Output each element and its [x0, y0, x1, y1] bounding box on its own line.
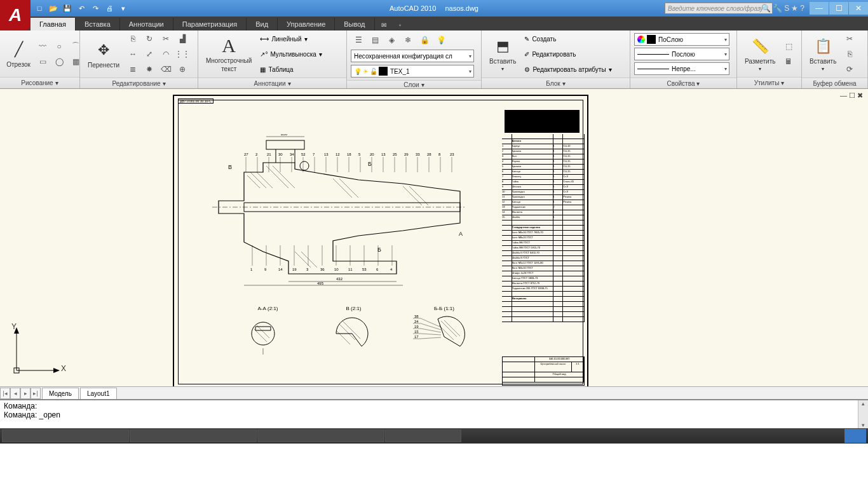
color-combo[interactable]: ПоСлою — [634, 33, 729, 46]
drawing-canvas[interactable]: — ☐ ✖ Y X ДВ7.0.001.00.10.10-С — [0, 89, 868, 386]
tab-layout1[interactable]: Layout1 — [80, 388, 117, 399]
array-icon[interactable]: ⋮⋮ — [175, 47, 190, 61]
panel-props-title[interactable]: Свойства ▾ — [630, 78, 736, 88]
tab-manage[interactable]: Управление — [278, 18, 335, 30]
panel-annot-title[interactable]: Аннотации ▾ — [198, 78, 346, 88]
layer-freeze-icon[interactable]: ❄ — [400, 33, 416, 47]
stretch-icon[interactable]: ↔ — [125, 47, 140, 61]
layer-iso-icon[interactable]: ◈ — [384, 33, 399, 47]
qat-open-icon[interactable]: 📂 — [47, 2, 60, 15]
measure-button[interactable]: 📏 Разметить▾ — [741, 35, 779, 73]
layer-off-icon[interactable]: 💡 — [433, 33, 449, 47]
doc-window-controls: — ☐ ✖ — [840, 92, 863, 100]
tab-extra-icon[interactable]: ✉ — [376, 19, 391, 30]
offset-icon[interactable]: ≣ — [125, 62, 140, 76]
quickcalc-icon[interactable]: 🖩 — [781, 55, 796, 69]
status-coords[interactable] — [2, 430, 129, 442]
qat-more-icon[interactable]: ▾ — [117, 2, 130, 15]
key-icon[interactable]: 🔧 — [773, 4, 782, 13]
qat-new-icon[interactable]: □ — [33, 2, 46, 15]
svg-text:24: 24 — [414, 320, 419, 323]
mirror-icon[interactable]: ▟ — [175, 32, 190, 46]
layer-state-icon[interactable]: ▤ — [367, 33, 383, 47]
layer-prop-icon[interactable]: ☰ — [351, 33, 366, 47]
favorites-icon[interactable]: ★ — [791, 4, 798, 13]
status-toggles-mid[interactable] — [257, 430, 384, 442]
tab-home[interactable]: Главная — [31, 18, 76, 30]
qat-undo-icon[interactable]: ↶ — [75, 2, 88, 15]
layout-next-icon[interactable]: ▸ — [20, 388, 31, 399]
erase-icon[interactable]: ⌫ — [158, 62, 173, 76]
rect-icon[interactable]: ▭ — [35, 55, 50, 69]
copy-icon[interactable]: ⎘ — [125, 32, 140, 46]
search-input[interactable]: Введите ключевое слово/фразу — [665, 3, 773, 14]
line-button[interactable]: ╱ Отрезок — [4, 38, 33, 69]
panel-utils-title[interactable]: Утилиты ▾ — [737, 77, 801, 88]
layout-first-icon[interactable]: |◂ — [0, 388, 10, 399]
dimlinear-button[interactable]: ⟷Линейный ▾ — [257, 32, 324, 46]
scale-icon[interactable]: ⤢ — [142, 47, 157, 61]
panel-modify-title[interactable]: Редактирование ▾ — [80, 78, 198, 88]
match-icon[interactable]: ⟳ — [842, 62, 857, 76]
cut-icon[interactable]: ✂ — [842, 32, 857, 46]
qat-redo-icon[interactable]: ↷ — [89, 2, 102, 15]
command-window[interactable]: Команда: Команда: _open ▴▾ — [0, 399, 868, 428]
status-tray[interactable] — [844, 429, 866, 443]
binoculars-icon[interactable]: 🔍 — [761, 4, 771, 13]
status-toggles-left[interactable] — [130, 430, 257, 442]
app-menu-button[interactable]: A — [0, 0, 31, 30]
fillet-icon[interactable]: ◠ — [158, 47, 173, 61]
ellipse-icon[interactable]: ◯ — [51, 55, 67, 69]
rotate-icon[interactable]: ↻ — [142, 32, 157, 46]
mleader-button[interactable]: ↗°Мультивыноска ▾ — [257, 47, 324, 61]
svg-line-13 — [339, 179, 358, 198]
command-scrollbar[interactable]: ▴▾ — [858, 400, 868, 428]
subscription-icon[interactable]: S — [784, 4, 789, 13]
status-toggles-right[interactable] — [385, 430, 461, 442]
join-icon[interactable]: ⊕ — [175, 62, 190, 76]
layout-prev-icon[interactable]: ◂ — [10, 388, 20, 399]
doc-max-icon[interactable]: ☐ — [849, 92, 855, 100]
panel-layers-title[interactable]: Слои ▾ — [347, 80, 481, 88]
tab-min-icon[interactable]: ▫ — [393, 19, 408, 30]
tab-insert[interactable]: Вставка — [76, 18, 120, 30]
tab-output[interactable]: Вывод — [335, 18, 374, 30]
minimize-button[interactable]: — — [810, 2, 829, 15]
panel-draw-title[interactable]: Рисование ▾ — [0, 77, 79, 88]
tab-parametric[interactable]: Параметризация — [173, 18, 247, 30]
layer-combo[interactable]: 💡 ☀ 🔓 TEX_1 — [351, 65, 474, 78]
panel-clip-title[interactable]: Буфер обмена — [802, 78, 867, 88]
maximize-button[interactable]: ☐ — [829, 2, 848, 15]
tab-view[interactable]: Вид — [247, 18, 278, 30]
layer-lock-icon[interactable]: 🔒 — [417, 33, 432, 47]
circle-icon[interactable]: ○ — [51, 39, 67, 53]
linetype-combo[interactable]: Непре... — [634, 62, 729, 75]
explode-icon[interactable]: ✸ — [142, 62, 157, 76]
help-icon[interactable]: ? — [800, 4, 804, 13]
edit-attr-button[interactable]: ⚙Редактировать атрибуты ▾ — [522, 62, 614, 76]
copy-clip-icon[interactable]: ⎘ — [842, 47, 857, 61]
trim-icon[interactable]: ✂ — [158, 32, 173, 46]
qat-save-icon[interactable]: 💾 — [61, 2, 74, 15]
mtext-button[interactable]: A Многострочный текст — [202, 34, 255, 74]
qat-print-icon[interactable]: 🖨 — [103, 2, 116, 15]
paste-button[interactable]: 📋 Вставить▾ — [806, 35, 840, 73]
layerstate-combo[interactable]: Несохраненная конфигурация сл — [351, 50, 474, 62]
panel-modify: ✥ Перенести ⎘ ↻ ✂ ▟ ↔ ⤢ ◠ ⋮⋮ ≣ ✸ ⌫ ⊕ Ред… — [80, 30, 198, 88]
doc-min-icon[interactable]: — — [840, 92, 847, 100]
move-button[interactable]: ✥ Перенести — [84, 39, 123, 70]
tab-model[interactable]: Модель — [42, 388, 79, 399]
tab-annotate[interactable]: Аннотации — [120, 18, 173, 30]
svg-text:14: 14 — [278, 268, 283, 271]
lineweight-combo[interactable]: Послою — [634, 48, 729, 60]
panel-block-title[interactable]: Блок ▾ — [482, 78, 630, 88]
polyline-icon[interactable]: 〰 — [35, 39, 50, 53]
close-button[interactable]: ✕ — [849, 2, 868, 15]
edit-block-button[interactable]: ✐Редактировать — [522, 47, 614, 61]
table-button[interactable]: ▦Таблица — [257, 62, 324, 76]
layout-last-icon[interactable]: ▸| — [31, 388, 41, 399]
insert-block-button[interactable]: ⬒ Вставить▾ — [485, 35, 520, 73]
create-block-button[interactable]: ✎Создать — [522, 32, 614, 46]
doc-close-icon[interactable]: ✖ — [857, 92, 863, 100]
selectall-icon[interactable]: ⬚ — [781, 39, 796, 53]
